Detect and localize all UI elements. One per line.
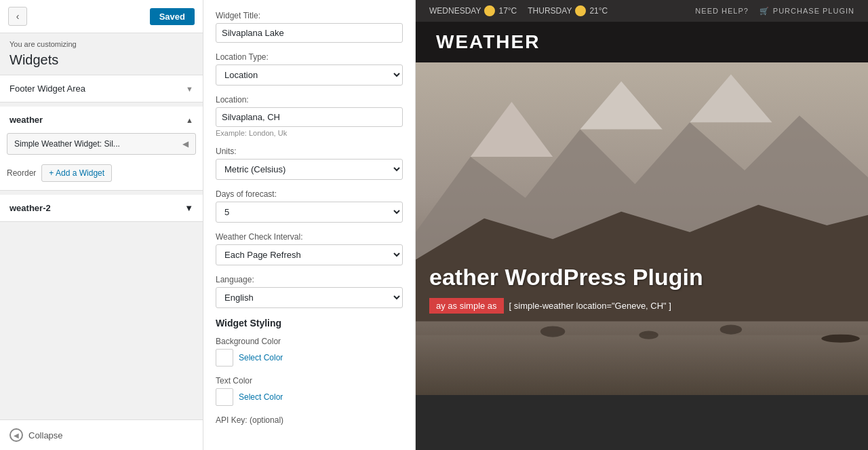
units-select[interactable]: Metric (Celsius) Imperial (Fahrenheit) [216,159,403,180]
background-color-label: Background Color [216,337,403,346]
nav-right: NEED HELP? 🛒 PURCHASE PLUGIN [695,7,854,16]
widget-title-input[interactable] [216,23,403,43]
location-label: Location: [216,95,403,105]
widget-title-label: Widget Title: [216,11,403,20]
back-button[interactable]: ‹ [8,7,27,26]
site-header: WEDNESDAY 17°C THURSDAY 21°C NEED HELP? … [416,0,868,22]
collapse-bar[interactable]: ◀ Collapse [0,419,203,450]
purchase-plugin-button[interactable]: 🛒 PURCHASE PLUGIN [760,7,854,16]
hero-area: eather WordPress Plugin ay as simple as … [416,62,868,395]
location-type-group: Location Type: Location Coordinates Auto… [216,52,403,86]
svg-point-10 [821,335,860,343]
widget-title-group: Widget Title: [216,11,403,43]
location-group: Location: Example: London, Uk [216,95,403,137]
weather2-label: weather-2 [9,203,51,213]
weather-bar: WEDNESDAY 17°C THURSDAY 21°C [429,5,608,16]
add-widget-button[interactable]: + Add a Widget [41,164,112,182]
right-panel: WEDNESDAY 17°C THURSDAY 21°C NEED HELP? … [416,0,868,450]
wednesday-temp: 17°C [498,6,517,16]
site-logo-area: WEATHER [416,22,868,62]
language-group: Language: English French German Spanish [216,275,403,308]
thursday-sun-icon [575,5,586,16]
thursday-weather: THURSDAY 21°C [528,5,608,16]
shortcode-tag: [ simple-weather location="Geneve, CH" ] [509,301,671,311]
language-label: Language: [216,275,403,284]
weather2-header[interactable]: weather-2 ▼ [0,195,203,221]
collapse-label: Collapse [28,430,63,440]
customizing-text: You are customizing [0,33,203,51]
widget-styling-heading: Widget Styling [216,318,403,329]
location-input[interactable] [216,107,403,127]
weather-section-label: weather [9,115,43,125]
widgets-title: Widgets [0,51,203,75]
weather2-section: weather-2 ▼ [0,195,203,222]
svg-point-9 [720,324,742,334]
location-hint: Example: London, Uk [216,129,403,137]
svg-point-8 [639,331,658,339]
hero-subtitle: ay as simple as [ simple-weather locatio… [429,298,854,314]
weather-section: weather ▲ Simple Weather Widget: Sil... … [0,107,203,191]
background-color-button[interactable]: Select Color [239,353,283,362]
need-help-link[interactable]: NEED HELP? [695,7,748,15]
wednesday-weather: WEDNESDAY 17°C [429,5,517,16]
api-key-label: API Key: (optional) [216,415,403,425]
background-color-swatch[interactable] [216,349,233,367]
cart-icon: 🛒 [760,7,770,16]
background-color-group: Background Color Select Color [216,337,403,367]
days-forecast-label: Days of forecast: [216,189,403,199]
widget-edit-arrow-icon: ◀ [182,139,189,149]
saved-button[interactable]: Saved [150,8,195,25]
reorder-row: Reorder + Add a Widget [0,162,203,190]
purchase-plugin-label: PURCHASE PLUGIN [773,7,854,15]
text-color-row: Select Color [216,388,403,406]
weather-arrow-icon: ▲ [186,116,193,124]
units-label: Units: [216,147,403,156]
weather-check-interval-select[interactable]: Each Page Refresh Every Hour Every 6 Hou… [216,244,403,265]
api-key-group: API Key: (optional) [216,415,403,425]
location-type-label: Location Type: [216,52,403,62]
left-header: ‹ Saved [0,0,203,33]
text-color-label: Text Color [216,376,403,386]
left-panel: ‹ Saved You are customizing Widgets Foot… [0,0,203,450]
widget-item-label: Simple Weather Widget: Sil... [14,139,120,149]
background-color-row: Select Color [216,349,403,367]
collapse-circle-icon: ◀ [9,428,23,442]
weather-check-interval-group: Weather Check Interval: Each Page Refres… [216,232,403,265]
widget-item[interactable]: Simple Weather Widget: Sil... ◀ [7,133,196,155]
footer-widget-area-label: Footer Widget Area [9,83,85,94]
units-group: Units: Metric (Celsius) Imperial (Fahren… [216,147,403,180]
hero-title: eather WordPress Plugin [429,263,854,291]
location-type-select[interactable]: Location Coordinates Auto IP [216,64,403,86]
svg-point-7 [540,326,565,337]
middle-panel: Widget Title: Location Type: Location Co… [203,0,416,450]
mountain-svg [416,62,868,395]
site-logo: WEATHER [436,31,540,53]
text-color-group: Text Color Select Color [216,376,403,406]
weather-check-interval-label: Weather Check Interval: [216,232,403,242]
hero-content: eather WordPress Plugin ay as simple as … [429,263,854,314]
language-select[interactable]: English French German Spanish [216,287,403,308]
days-forecast-group: Days of forecast: 1234 567 [216,189,403,223]
footer-arrow-icon: ▼ [186,85,193,93]
simple-tag: ay as simple as [429,298,504,314]
text-color-button[interactable]: Select Color [239,392,283,402]
reorder-label[interactable]: Reorder [7,168,36,178]
thursday-temp: 21°C [589,6,608,16]
footer-widget-area[interactable]: Footer Widget Area ▼ [0,75,203,102]
days-forecast-select[interactable]: 1234 567 [216,202,403,223]
weather-section-header[interactable]: weather ▲ [0,107,203,133]
thursday-label: THURSDAY [528,6,572,16]
wednesday-label: WEDNESDAY [429,6,481,16]
weather2-arrow-icon: ▼ [184,203,193,213]
text-color-swatch[interactable] [216,388,233,406]
wednesday-sun-icon [484,5,495,16]
